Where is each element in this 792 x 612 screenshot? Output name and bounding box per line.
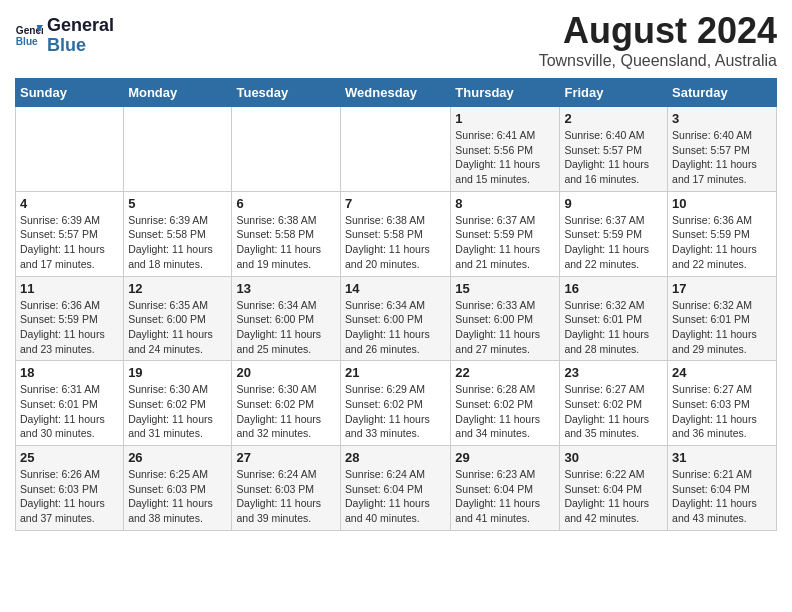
day-info: Sunrise: 6:38 AM Sunset: 5:58 PM Dayligh… (345, 213, 446, 272)
calendar-cell: 1Sunrise: 6:41 AM Sunset: 5:56 PM Daylig… (451, 107, 560, 192)
calendar-week-row: 18Sunrise: 6:31 AM Sunset: 6:01 PM Dayli… (16, 361, 777, 446)
column-header-tuesday: Tuesday (232, 79, 341, 107)
calendar-cell: 12Sunrise: 6:35 AM Sunset: 6:00 PM Dayli… (124, 276, 232, 361)
main-title: August 2024 (539, 10, 777, 52)
calendar-cell: 21Sunrise: 6:29 AM Sunset: 6:02 PM Dayli… (341, 361, 451, 446)
day-info: Sunrise: 6:26 AM Sunset: 6:03 PM Dayligh… (20, 467, 119, 526)
day-info: Sunrise: 6:41 AM Sunset: 5:56 PM Dayligh… (455, 128, 555, 187)
calendar-cell: 3Sunrise: 6:40 AM Sunset: 5:57 PM Daylig… (668, 107, 777, 192)
calendar-cell: 31Sunrise: 6:21 AM Sunset: 6:04 PM Dayli… (668, 446, 777, 531)
column-header-sunday: Sunday (16, 79, 124, 107)
calendar-cell: 16Sunrise: 6:32 AM Sunset: 6:01 PM Dayli… (560, 276, 668, 361)
day-info: Sunrise: 6:39 AM Sunset: 5:57 PM Dayligh… (20, 213, 119, 272)
day-number: 3 (672, 111, 772, 126)
calendar-cell: 5Sunrise: 6:39 AM Sunset: 5:58 PM Daylig… (124, 191, 232, 276)
calendar-cell (16, 107, 124, 192)
calendar-cell: 10Sunrise: 6:36 AM Sunset: 5:59 PM Dayli… (668, 191, 777, 276)
day-number: 1 (455, 111, 555, 126)
day-info: Sunrise: 6:38 AM Sunset: 5:58 PM Dayligh… (236, 213, 336, 272)
day-number: 5 (128, 196, 227, 211)
calendar-cell: 25Sunrise: 6:26 AM Sunset: 6:03 PM Dayli… (16, 446, 124, 531)
calendar-cell: 30Sunrise: 6:22 AM Sunset: 6:04 PM Dayli… (560, 446, 668, 531)
calendar-cell: 19Sunrise: 6:30 AM Sunset: 6:02 PM Dayli… (124, 361, 232, 446)
calendar-cell: 28Sunrise: 6:24 AM Sunset: 6:04 PM Dayli… (341, 446, 451, 531)
day-number: 19 (128, 365, 227, 380)
svg-text:Blue: Blue (16, 36, 38, 47)
day-info: Sunrise: 6:31 AM Sunset: 6:01 PM Dayligh… (20, 382, 119, 441)
calendar-cell: 22Sunrise: 6:28 AM Sunset: 6:02 PM Dayli… (451, 361, 560, 446)
column-header-thursday: Thursday (451, 79, 560, 107)
day-number: 23 (564, 365, 663, 380)
day-number: 8 (455, 196, 555, 211)
day-number: 17 (672, 281, 772, 296)
calendar-cell: 24Sunrise: 6:27 AM Sunset: 6:03 PM Dayli… (668, 361, 777, 446)
day-info: Sunrise: 6:34 AM Sunset: 6:00 PM Dayligh… (236, 298, 336, 357)
day-info: Sunrise: 6:32 AM Sunset: 6:01 PM Dayligh… (564, 298, 663, 357)
column-header-friday: Friday (560, 79, 668, 107)
day-number: 31 (672, 450, 772, 465)
page-header: General Blue General Blue August 2024 To… (15, 10, 777, 70)
column-header-wednesday: Wednesday (341, 79, 451, 107)
title-block: August 2024 Townsville, Queensland, Aust… (539, 10, 777, 70)
day-info: Sunrise: 6:40 AM Sunset: 5:57 PM Dayligh… (672, 128, 772, 187)
logo: General Blue General Blue (15, 16, 114, 56)
calendar-week-row: 11Sunrise: 6:36 AM Sunset: 5:59 PM Dayli… (16, 276, 777, 361)
day-info: Sunrise: 6:23 AM Sunset: 6:04 PM Dayligh… (455, 467, 555, 526)
column-header-saturday: Saturday (668, 79, 777, 107)
day-number: 12 (128, 281, 227, 296)
calendar-header-row: SundayMondayTuesdayWednesdayThursdayFrid… (16, 79, 777, 107)
day-number: 2 (564, 111, 663, 126)
calendar-cell: 18Sunrise: 6:31 AM Sunset: 6:01 PM Dayli… (16, 361, 124, 446)
day-info: Sunrise: 6:24 AM Sunset: 6:03 PM Dayligh… (236, 467, 336, 526)
day-number: 20 (236, 365, 336, 380)
day-number: 6 (236, 196, 336, 211)
day-info: Sunrise: 6:29 AM Sunset: 6:02 PM Dayligh… (345, 382, 446, 441)
day-number: 27 (236, 450, 336, 465)
day-info: Sunrise: 6:36 AM Sunset: 5:59 PM Dayligh… (672, 213, 772, 272)
day-number: 21 (345, 365, 446, 380)
day-info: Sunrise: 6:35 AM Sunset: 6:00 PM Dayligh… (128, 298, 227, 357)
calendar-cell: 15Sunrise: 6:33 AM Sunset: 6:00 PM Dayli… (451, 276, 560, 361)
day-info: Sunrise: 6:22 AM Sunset: 6:04 PM Dayligh… (564, 467, 663, 526)
logo-blue: Blue (47, 35, 86, 55)
calendar-cell: 17Sunrise: 6:32 AM Sunset: 6:01 PM Dayli… (668, 276, 777, 361)
day-info: Sunrise: 6:32 AM Sunset: 6:01 PM Dayligh… (672, 298, 772, 357)
day-info: Sunrise: 6:30 AM Sunset: 6:02 PM Dayligh… (128, 382, 227, 441)
day-info: Sunrise: 6:37 AM Sunset: 5:59 PM Dayligh… (564, 213, 663, 272)
day-info: Sunrise: 6:24 AM Sunset: 6:04 PM Dayligh… (345, 467, 446, 526)
calendar-cell: 8Sunrise: 6:37 AM Sunset: 5:59 PM Daylig… (451, 191, 560, 276)
calendar-table: SundayMondayTuesdayWednesdayThursdayFrid… (15, 78, 777, 531)
subtitle: Townsville, Queensland, Australia (539, 52, 777, 70)
day-info: Sunrise: 6:37 AM Sunset: 5:59 PM Dayligh… (455, 213, 555, 272)
day-number: 15 (455, 281, 555, 296)
calendar-week-row: 25Sunrise: 6:26 AM Sunset: 6:03 PM Dayli… (16, 446, 777, 531)
calendar-cell: 2Sunrise: 6:40 AM Sunset: 5:57 PM Daylig… (560, 107, 668, 192)
day-number: 14 (345, 281, 446, 296)
calendar-cell: 14Sunrise: 6:34 AM Sunset: 6:00 PM Dayli… (341, 276, 451, 361)
calendar-cell: 26Sunrise: 6:25 AM Sunset: 6:03 PM Dayli… (124, 446, 232, 531)
calendar-cell: 23Sunrise: 6:27 AM Sunset: 6:02 PM Dayli… (560, 361, 668, 446)
calendar-cell: 13Sunrise: 6:34 AM Sunset: 6:00 PM Dayli… (232, 276, 341, 361)
day-number: 22 (455, 365, 555, 380)
day-number: 16 (564, 281, 663, 296)
day-number: 26 (128, 450, 227, 465)
day-info: Sunrise: 6:30 AM Sunset: 6:02 PM Dayligh… (236, 382, 336, 441)
calendar-week-row: 1Sunrise: 6:41 AM Sunset: 5:56 PM Daylig… (16, 107, 777, 192)
day-info: Sunrise: 6:21 AM Sunset: 6:04 PM Dayligh… (672, 467, 772, 526)
day-info: Sunrise: 6:27 AM Sunset: 6:03 PM Dayligh… (672, 382, 772, 441)
day-info: Sunrise: 6:40 AM Sunset: 5:57 PM Dayligh… (564, 128, 663, 187)
calendar-cell: 11Sunrise: 6:36 AM Sunset: 5:59 PM Dayli… (16, 276, 124, 361)
day-number: 25 (20, 450, 119, 465)
day-number: 30 (564, 450, 663, 465)
day-number: 9 (564, 196, 663, 211)
day-info: Sunrise: 6:34 AM Sunset: 6:00 PM Dayligh… (345, 298, 446, 357)
calendar-cell: 4Sunrise: 6:39 AM Sunset: 5:57 PM Daylig… (16, 191, 124, 276)
calendar-cell (341, 107, 451, 192)
calendar-cell: 9Sunrise: 6:37 AM Sunset: 5:59 PM Daylig… (560, 191, 668, 276)
day-info: Sunrise: 6:36 AM Sunset: 5:59 PM Dayligh… (20, 298, 119, 357)
calendar-cell: 27Sunrise: 6:24 AM Sunset: 6:03 PM Dayli… (232, 446, 341, 531)
day-info: Sunrise: 6:39 AM Sunset: 5:58 PM Dayligh… (128, 213, 227, 272)
calendar-cell: 7Sunrise: 6:38 AM Sunset: 5:58 PM Daylig… (341, 191, 451, 276)
logo-icon: General Blue (15, 22, 43, 50)
day-info: Sunrise: 6:33 AM Sunset: 6:00 PM Dayligh… (455, 298, 555, 357)
